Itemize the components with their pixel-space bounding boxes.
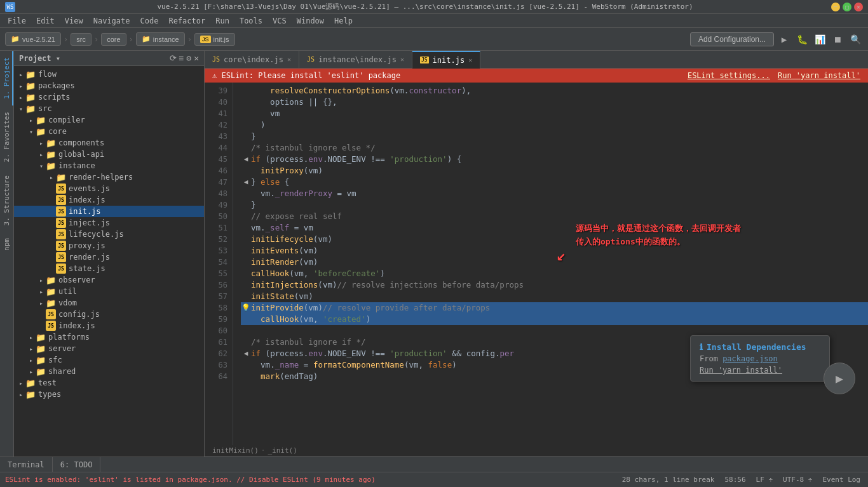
tab-core-index[interactable]: JS core\index.js ✕ — [205, 51, 299, 69]
menu-item-refactor[interactable]: Refactor — [163, 15, 210, 27]
tree-item-global-api[interactable]: ▸📁global-api — [14, 149, 204, 160]
tab-close-icon[interactable]: ✕ — [468, 57, 472, 63]
tree-item-platforms[interactable]: ▸📁platforms — [14, 331, 204, 343]
popup-from-label: From package.json — [700, 354, 820, 363]
yarn-install-run-link[interactable]: Run 'yarn install' — [700, 366, 820, 375]
core-btn[interactable]: core — [101, 33, 126, 46]
instance-btn[interactable]: 📁 instance — [136, 32, 185, 46]
tree-item-types[interactable]: ▸📁types — [14, 389, 204, 400]
tab-init-js[interactable]: JS init.js ✕ — [412, 51, 480, 69]
menu-item-window[interactable]: Window — [292, 15, 329, 27]
line-ending[interactable]: LF ÷ — [754, 476, 776, 484]
search-everywhere-button[interactable]: 🔍 — [848, 32, 863, 47]
code-editor[interactable]: resolveConstructorOptions(vm.constructor… — [233, 83, 868, 445]
tree-item-src[interactable]: ▾📁src — [14, 103, 204, 114]
stop-button[interactable]: ⏹ — [830, 32, 845, 47]
menu-item-code[interactable]: Code — [135, 15, 164, 27]
maximize-button[interactable]: □ — [843, 3, 851, 11]
tree-arrow-icon: ▸ — [37, 140, 46, 147]
tree-item-render-helpers[interactable]: ▸📁render-helpers — [14, 171, 204, 183]
project-tab[interactable]: 1. Project — [0, 51, 13, 105]
menu-item-run[interactable]: Run — [210, 15, 234, 27]
run-coverage-button[interactable]: 📊 — [812, 32, 827, 47]
eslint-settings-link[interactable]: ESLint settings... — [688, 71, 770, 80]
tree-item-vdom[interactable]: ▸📁vdom — [14, 297, 204, 309]
settings-icon[interactable]: ⚙ — [186, 53, 191, 63]
npm-tab[interactable]: npm — [0, 232, 13, 257]
menu-item-file[interactable]: File — [3, 15, 31, 27]
tree-item-lifecycle-js[interactable]: JSlifecycle.js — [14, 229, 204, 240]
terminal-tab[interactable]: Terminal — [0, 457, 53, 472]
menu-item-view[interactable]: View — [60, 15, 88, 27]
event-log[interactable]: Event Log — [820, 476, 863, 484]
tab-close-icon[interactable]: ✕ — [400, 56, 404, 63]
tree-item-flow[interactable]: ▸📁flow — [14, 69, 204, 80]
project-root-btn[interactable]: 📁 vue-2.5.21 — [5, 32, 61, 46]
tree-item-render-js[interactable]: JSrender.js — [14, 251, 204, 263]
tree-item-init-js[interactable]: JSinit.js — [14, 206, 204, 217]
line-number-43: 43 — [205, 131, 227, 142]
tree-item-index-js[interactable]: JSindex.js — [14, 320, 204, 331]
add-configuration-button[interactable]: Add Configuration... — [690, 32, 774, 46]
tree-item-scripts[interactable]: ▸📁scripts — [14, 91, 204, 103]
tree-item-inject-js[interactable]: JSinject.js — [14, 217, 204, 229]
line-number-57: 57 — [205, 291, 227, 302]
tree-item-compiler[interactable]: ▸📁compiler — [14, 114, 204, 126]
yarn-install-link[interactable]: Run 'yarn install' — [778, 71, 860, 80]
tree-item-sfc[interactable]: ▸📁sfc — [14, 354, 204, 366]
tree-item-instance[interactable]: ▾📁instance — [14, 160, 204, 171]
todo-tab[interactable]: 6: TODO — [53, 457, 101, 472]
close-panel-icon[interactable]: ✕ — [194, 53, 199, 63]
cursor-position[interactable]: 58:56 — [722, 476, 748, 484]
tree-item-server[interactable]: ▸📁server — [14, 343, 204, 354]
tree-item-state-js[interactable]: JSstate.js — [14, 263, 204, 274]
debug-button[interactable]: 🐛 — [794, 32, 810, 47]
menu-item-navigate[interactable]: Navigate — [88, 15, 135, 27]
minimize-button[interactable]: ─ — [831, 3, 840, 11]
tab-close-icon[interactable]: ✕ — [287, 56, 291, 63]
tree-item-index-js[interactable]: JSindex.js — [14, 194, 204, 206]
menu-item-vcs[interactable]: VCS — [268, 15, 292, 27]
src-btn[interactable]: src — [71, 33, 92, 46]
breadcrumb-item-1[interactable]: initMixin() — [212, 446, 259, 455]
favorites-tab[interactable]: 2. Favorites — [0, 105, 13, 168]
tree-item-proxy-js[interactable]: JSproxy.js — [14, 240, 204, 251]
sync-icon[interactable]: ⟳ — [170, 53, 177, 63]
info-icon: ℹ — [700, 342, 703, 352]
line-numbers: 3940414243444546474849505152535455565758… — [205, 83, 233, 445]
window-controls[interactable]: ─ □ ✕ — [831, 3, 863, 11]
tree-item-packages[interactable]: ▸📁packages — [14, 80, 204, 91]
tree-item-observer[interactable]: ▸📁observer — [14, 274, 204, 286]
char-count[interactable]: 28 chars, 1 line break — [620, 476, 717, 484]
package-json-link[interactable]: package.json — [722, 354, 778, 363]
tree-label: render.js — [69, 253, 110, 262]
menu-item-edit[interactable]: Edit — [31, 15, 60, 27]
menu-item-tools[interactable]: Tools — [234, 15, 268, 27]
encoding[interactable]: UTF-8 ÷ — [780, 476, 815, 484]
collapse-icon[interactable]: ≡ — [179, 53, 184, 63]
eslint-status[interactable]: ESLint is enabled: 'eslint' is listed in… — [5, 476, 376, 484]
editor-tabs: JS core\index.js ✕ JS instance\index.js … — [205, 51, 868, 69]
tree-label: flow — [38, 70, 57, 79]
main-area: 1. Project 2. Favorites 3. Structure npm… — [0, 51, 868, 457]
file-btn[interactable]: JS init.js — [194, 33, 235, 46]
code-text: mark(endTag) — [251, 371, 318, 382]
tree-item-config-js[interactable]: JSconfig.js — [14, 309, 204, 320]
run-button[interactable]: ▶ — [776, 32, 792, 47]
menu-item-help[interactable]: Help — [329, 15, 358, 27]
tree-item-events-js[interactable]: JSevents.js — [14, 183, 204, 194]
tree-item-components[interactable]: ▸📁components — [14, 137, 204, 149]
editor-area: JS core\index.js ✕ JS instance\index.js … — [205, 51, 868, 457]
tree-label: server — [48, 344, 76, 353]
tree-item-test[interactable]: ▸📁test — [14, 377, 204, 389]
play-large-button[interactable]: ▶ — [824, 363, 855, 394]
structure-tab[interactable]: 3. Structure — [0, 169, 13, 232]
tree-item-core[interactable]: ▾📁core — [14, 126, 204, 137]
tree-arrow-icon: ▸ — [27, 117, 36, 124]
breadcrumb-item-2[interactable]: _init() — [268, 446, 297, 455]
tree-item-util[interactable]: ▸📁util — [14, 286, 204, 297]
tree-label: src — [38, 104, 52, 113]
tab-instance-index[interactable]: JS instance\index.js ✕ — [299, 51, 412, 69]
tree-item-shared[interactable]: ▸📁shared — [14, 366, 204, 377]
close-button[interactable]: ✕ — [854, 3, 863, 11]
